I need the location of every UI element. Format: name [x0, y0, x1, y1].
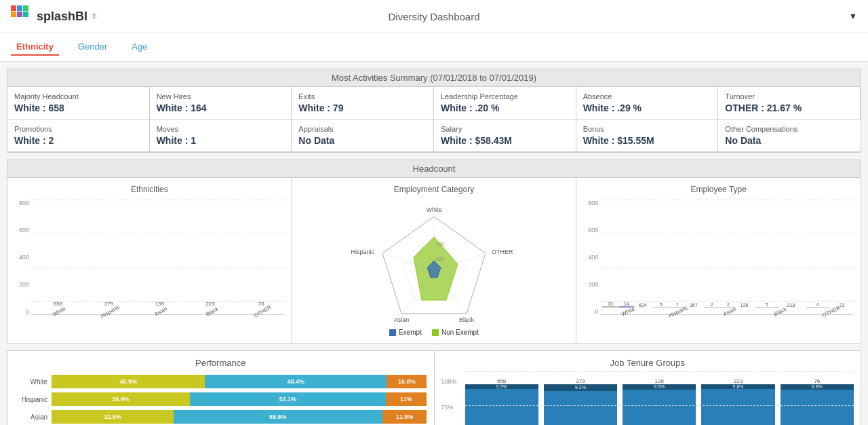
headcount-header: Headcount — [7, 160, 861, 178]
summary-label-1: New Hires — [157, 92, 285, 100]
emptype-hispanic: 5 7 367 — [653, 302, 701, 315]
summary-value-7: White : 1 — [157, 135, 285, 146]
summary-label-3: Leadership Percentage — [441, 92, 569, 100]
tenure-bars: 658 5.5% 94.5% White 379 8.2% 91.8% — [465, 371, 854, 425]
summary-value-6: White : 2 — [14, 135, 142, 146]
summary-cell-3: Leadership Percentage White : .20 % — [434, 87, 576, 119]
perf-seg-blue-white: 48.4% — [205, 375, 387, 388]
header-title: Diversity Dashboard — [388, 11, 479, 22]
perf-seg-yellow-white: 40.9% — [52, 375, 205, 388]
legend-exempt-color — [389, 329, 396, 336]
logo-icon — [11, 5, 33, 27]
svg-text:Asian: Asian — [394, 316, 410, 323]
logo: splashBI® — [11, 5, 96, 27]
summary-cell-8: Appraisals No Data — [292, 119, 434, 152]
emptype-other: 4 72 OTHER — [806, 302, 854, 315]
tab-age[interactable]: Age — [126, 39, 153, 56]
summary-label-7: Moves — [157, 125, 285, 133]
summary-label-2: Exits — [298, 92, 427, 100]
svg-text:300: 300 — [436, 257, 444, 261]
tenure-white: 658 5.5% 94.5% White — [465, 378, 538, 425]
summary-value-0: White : 658 — [14, 103, 142, 113]
employee-type-panel: Employee Type 800 600 400 200 0 — [576, 178, 861, 343]
tenure-black: 223 5.8% 94.2% Black — [701, 378, 774, 425]
employee-type-title: Employee Type — [583, 185, 854, 194]
bar-asian: 139 Asian — [136, 301, 183, 315]
summary-value-9: White : $58.43M — [441, 135, 569, 146]
summary-label-0: Majority Headcount — [14, 92, 142, 100]
perf-seg-yellow-hispanic: 36.9% — [52, 392, 190, 406]
summary-grid: Majority Headcount White : 658 New Hires… — [7, 87, 861, 153]
main-content: Most Activities Summary (07/01/2018 to 0… — [0, 62, 868, 425]
svg-rect-4 — [17, 12, 22, 17]
summary-cell-5: Turnover OTHER : 21.67 % — [718, 87, 861, 119]
perf-seg-orange-white: 10.8% — [387, 375, 427, 388]
summary-label-5: Turnover — [725, 92, 853, 100]
tenure-hispanic: 379 8.2% 91.8% Hispanic — [544, 378, 617, 425]
perf-label-hispanic: Hispanic — [14, 396, 52, 403]
legend-nonexempt-label: Non Exempt — [441, 329, 479, 336]
summary-label-4: Absence — [583, 92, 711, 100]
tenure-y-axis: 100% 75% 50% — [441, 371, 465, 425]
bar-black: 223 Black — [187, 301, 234, 315]
perf-seg-orange-asian: 11.9% — [382, 410, 427, 424]
perf-row-asian: Asian 32.5% 55.6% 11.9% — [14, 410, 427, 424]
perf-seg-yellow-asian: 32.5% — [52, 410, 174, 424]
summary-value-5: OTHER : 21.67 % — [725, 103, 853, 113]
summary-cell-7: Moves White : 1 — [150, 119, 292, 152]
svg-rect-1 — [17, 5, 22, 11]
employment-panel: Employment Category — [292, 178, 577, 343]
emptype-y-axis: 800 600 400 200 0 — [583, 200, 600, 335]
svg-text:Black: Black — [459, 316, 475, 323]
emptype-black: 5 218 Black — [755, 302, 803, 315]
performance-title: Performance — [14, 358, 427, 368]
headcount-charts: Ethnicities 800 600 400 200 0 — [7, 178, 861, 344]
bottom-row: Performance White 40.9% 48.4% 10.8% Hisp… — [7, 350, 861, 425]
summary-value-11: No Data — [725, 135, 854, 146]
ethnicities-panel: Ethnicities 800 600 400 200 0 — [7, 178, 292, 343]
svg-text:OTHER: OTHER — [492, 248, 513, 255]
summary-label-8: Appraisals — [298, 125, 427, 133]
summary-value-10: White : $15.55M — [583, 135, 711, 146]
performance-panel: Performance White 40.9% 48.4% 10.8% Hisp… — [7, 350, 434, 425]
tabs-bar: Ethnicity Gender Age — [0, 33, 868, 62]
tenure-title: Job Tenure Groups — [441, 358, 854, 368]
tenure-asian: 139 6.5% 93.5% Asian — [623, 378, 696, 425]
summary-value-1: White : 164 — [157, 103, 285, 113]
ethnicities-title: Ethnicities — [14, 185, 285, 194]
summary-cell-6: Promotions White : 2 — [7, 119, 150, 152]
svg-text:400: 400 — [436, 242, 444, 246]
perf-label-white: White — [14, 378, 52, 386]
tab-ethnicity[interactable]: Ethnicity — [11, 39, 59, 56]
bar-hispanic: 379 Hispanic — [85, 301, 132, 315]
summary-cell-11: Other Compensations No Data — [718, 119, 861, 152]
perf-row-white: White 40.9% 48.4% 10.8% — [14, 375, 427, 388]
radar-legend: Exempt Non Exempt — [389, 329, 479, 336]
tenure-count-white: 658 — [497, 378, 506, 384]
summary-value-2: White : 79 — [298, 103, 427, 113]
summary-cell-1: New Hires White : 164 — [150, 87, 292, 119]
perf-seg-orange-hispanic: 11% — [386, 392, 427, 406]
summary-header: Most Activities Summary (07/01/2018 to 0… — [7, 69, 861, 87]
summary-label-10: Bonus — [583, 125, 711, 133]
emptype-white: 10 14 634 — [602, 301, 650, 315]
perf-row-hispanic: Hispanic 36.9% 52.1% 11% — [14, 392, 427, 406]
emptype-asian: 2 2 135 — [704, 302, 752, 315]
legend-nonexempt: Non Exempt — [432, 329, 479, 336]
radar-chart: White OTHER Black Asian Hispanic 400 300… — [299, 200, 570, 336]
summary-label-11: Other Compensations — [725, 125, 854, 133]
svg-text:White: White — [426, 206, 441, 213]
tenure-panel: Job Tenure Groups 100% 75% 50% 658 — [434, 350, 862, 425]
logo-text: splashBI — [37, 10, 87, 24]
perf-seg-blue-hispanic: 52.1% — [190, 392, 385, 406]
summary-label-6: Promotions — [14, 125, 142, 133]
filter-icon[interactable]: ▼ — [849, 12, 857, 21]
perf-bar-white: 40.9% 48.4% 10.8% — [52, 375, 427, 388]
logo-sup: ® — [92, 13, 96, 20]
bar-white: 658 White — [35, 301, 81, 315]
perf-seg-blue-asian: 55.6% — [174, 410, 382, 424]
summary-cell-0: Majority Headcount White : 658 — [7, 87, 150, 119]
tab-gender[interactable]: Gender — [73, 39, 113, 56]
perf-bar-asian: 32.5% 55.6% 11.9% — [52, 410, 427, 424]
legend-exempt-label: Exempt — [399, 329, 422, 336]
